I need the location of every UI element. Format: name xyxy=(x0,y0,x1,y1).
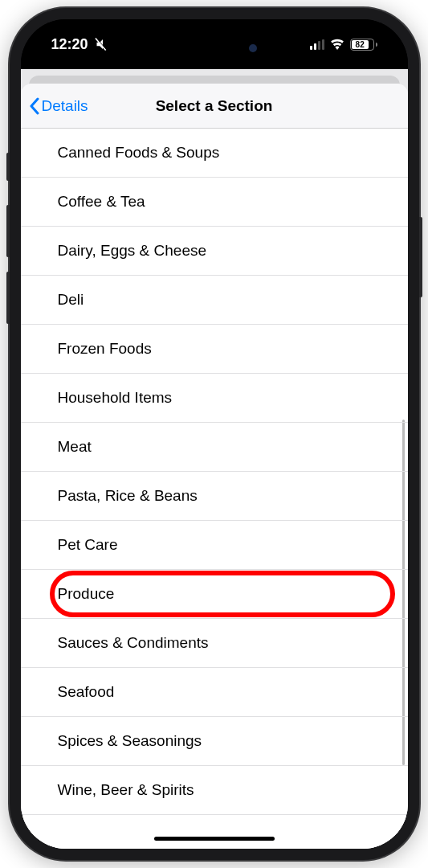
status-time-group: 12:20 xyxy=(51,36,108,53)
app-container: Details Select a Section Canned Foods & … xyxy=(21,69,408,849)
section-item-label: Seafood xyxy=(58,683,115,700)
section-item-label: Wine, Beer & Spirits xyxy=(58,781,194,798)
back-button[interactable]: Details xyxy=(29,97,88,115)
section-item-label: Dairy, Eggs & Cheese xyxy=(58,242,207,259)
section-item[interactable]: Seafood xyxy=(21,668,408,717)
mute-icon xyxy=(93,37,108,51)
section-item[interactable]: Pasta, Rice & Beans xyxy=(21,472,408,521)
section-item-label: Meat xyxy=(58,438,92,455)
section-item[interactable]: Deli xyxy=(21,276,408,325)
status-right: 82 xyxy=(310,39,377,51)
screen: 12:20 xyxy=(21,19,408,849)
section-item-label: Household Items xyxy=(58,389,173,406)
battery-icon: 82 xyxy=(350,39,377,51)
section-item-label: Pet Care xyxy=(58,536,118,553)
modal-sheet: Details Select a Section Canned Foods & … xyxy=(21,84,408,849)
section-item-label: Spices & Seasonings xyxy=(58,732,202,749)
section-item-label: Coffee & Tea xyxy=(58,193,145,210)
section-item[interactable]: Coffee & Tea xyxy=(21,178,408,227)
phone-side-buttons-left xyxy=(6,153,10,338)
dynamic-island xyxy=(162,34,267,63)
section-item[interactable]: Dairy, Eggs & Cheese xyxy=(21,227,408,276)
section-item-label: Pasta, Rice & Beans xyxy=(58,487,198,504)
section-item[interactable]: Frozen Foods xyxy=(21,325,408,374)
chevron-left-icon xyxy=(29,97,40,115)
back-button-label: Details xyxy=(42,97,88,115)
section-item[interactable]: Produce xyxy=(21,570,408,619)
phone-frame: 12:20 xyxy=(10,8,419,860)
battery-level: 82 xyxy=(352,40,369,49)
section-item[interactable]: Pet Care xyxy=(21,521,408,570)
phone-side-button-right xyxy=(419,217,422,297)
section-item[interactable]: Meat xyxy=(21,423,408,472)
section-item-label: Sauces & Condiments xyxy=(58,634,209,651)
home-indicator[interactable] xyxy=(154,837,275,841)
section-item-label: Frozen Foods xyxy=(58,340,152,357)
section-item-label: Produce xyxy=(58,585,115,602)
section-item-label: Canned Foods & Soups xyxy=(58,144,220,161)
section-item[interactable]: Sauces & Condiments xyxy=(21,619,408,668)
section-item-label: Deli xyxy=(58,291,84,308)
nav-bar: Details Select a Section xyxy=(21,84,408,129)
status-time: 12:20 xyxy=(51,36,88,53)
section-item[interactable]: Household Items xyxy=(21,374,408,423)
section-item[interactable]: Canned Foods & Soups xyxy=(21,129,408,178)
section-item[interactable]: Spices & Seasonings xyxy=(21,717,408,766)
camera-dot-icon xyxy=(249,44,257,52)
cellular-signal-icon xyxy=(310,39,324,50)
section-list[interactable]: Canned Foods & SoupsCoffee & TeaDairy, E… xyxy=(21,129,408,849)
section-item[interactable]: Wine, Beer & Spirits xyxy=(21,766,408,815)
wifi-icon xyxy=(330,39,344,50)
